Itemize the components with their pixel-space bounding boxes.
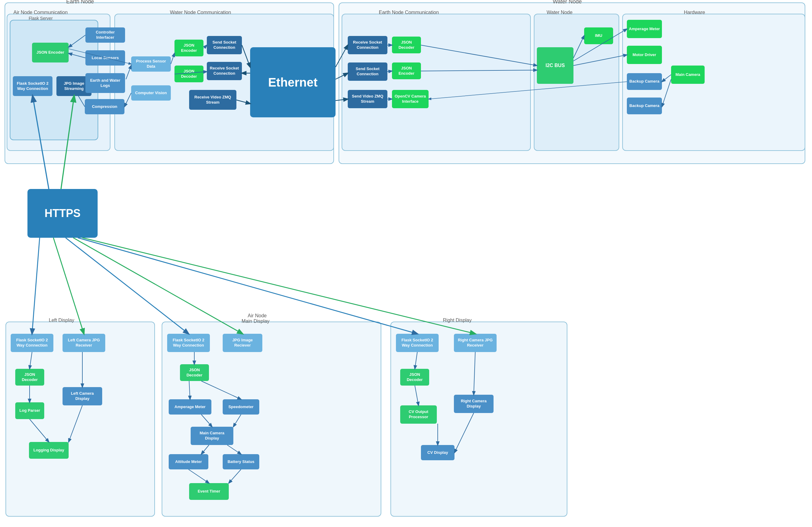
event-timer-node: Event Timer bbox=[189, 483, 229, 500]
receive-video-zmq-label: Receive Video ZMQ Stream bbox=[191, 95, 235, 105]
flask-right-label: Flask SocketIO 2 Way Connection bbox=[398, 338, 437, 348]
right-camera-jpg-label: Right Camera JPG Receiver bbox=[456, 338, 495, 348]
local-sensors-node: Local Sensors bbox=[85, 50, 125, 65]
send-video-zmq-label: Send Video ZMQ Stream bbox=[350, 94, 386, 104]
main-display-label2: Main Display bbox=[242, 318, 270, 324]
i2c-bus-label: I2C BUS bbox=[546, 62, 565, 69]
json-decoder-left-node: JSON Decoder bbox=[15, 369, 44, 386]
logging-display-label: Logging Display bbox=[33, 448, 64, 453]
flask-left-node: Flask SocketIO 2 Way Connection bbox=[11, 334, 53, 352]
svg-line-33 bbox=[82, 238, 475, 334]
computer-vision-node: Computer Vision bbox=[131, 85, 171, 101]
speedometer-label: Speedometer bbox=[229, 405, 253, 410]
event-timer-label: Event Timer bbox=[198, 489, 220, 494]
json-decoder-main-label: JSON Decoder bbox=[182, 367, 207, 378]
receive-socket-water-label: Receive Socket Connection bbox=[209, 66, 240, 76]
send-socket-water-node: Send Socket Connection bbox=[207, 36, 242, 54]
json-decoder-earth-node: JSON Decoder bbox=[392, 36, 421, 53]
left-camera-jpg-label: Left Camera JPG Receiver bbox=[64, 338, 103, 348]
speedometer-node: Speedometer bbox=[223, 399, 259, 415]
flask-main-label: Flask SocketIO 2 Way Connection bbox=[169, 338, 208, 348]
hardware-label: Hardware bbox=[684, 10, 705, 15]
send-socket-earth-node: Send Socket Connection bbox=[348, 62, 387, 81]
battery-status-label: Battery Status bbox=[228, 459, 255, 465]
water-node-comm-label: Water Node Communication bbox=[170, 10, 231, 15]
send-socket-earth-label: Send Socket Connection bbox=[350, 66, 386, 77]
amperage-meter-main-node: Amperage Meter bbox=[169, 399, 212, 415]
json-encoder-label: JSON Encoder bbox=[36, 50, 64, 55]
json-decoder-water-label: JSON Decoder bbox=[176, 69, 202, 79]
send-socket-water-label: Send Socket Connection bbox=[209, 40, 240, 50]
receive-socket-water-node: Receive Socket Connection bbox=[207, 62, 242, 80]
flask-socketio-node: Flask SocketIO 2 Way Connection bbox=[13, 76, 53, 96]
ethernet-node: Ethernet bbox=[250, 47, 335, 117]
svg-line-28 bbox=[32, 238, 40, 334]
cv-output-processor-label: CV Output Processor bbox=[402, 409, 435, 420]
amperage-meter-main-label: Amperage Meter bbox=[174, 405, 206, 410]
json-encoder-water-label: JSON Encoder bbox=[176, 43, 202, 53]
controller-interfacer-label: Controller Interfacer bbox=[87, 30, 123, 40]
main-camera-label: Main Camera bbox=[676, 72, 700, 77]
earth-node-label: Earth Node bbox=[66, 0, 94, 5]
water-node-label: Water Node bbox=[553, 0, 582, 5]
json-decoder-right-label: JSON Decoder bbox=[402, 372, 427, 382]
log-parser-label: Log Parser bbox=[19, 408, 40, 413]
flask-left-label: Flask SocketIO 2 Way Connection bbox=[13, 338, 52, 348]
right-camera-jpg-node: Right Camera JPG Receiver bbox=[454, 334, 497, 352]
cv-output-processor-node: CV Output Processor bbox=[400, 405, 437, 424]
receive-video-zmq-node: Receive Video ZMQ Stream bbox=[189, 90, 236, 110]
receive-socket-earth-node: Receive Socket Connection bbox=[348, 36, 387, 54]
compression-label: Compression bbox=[92, 104, 117, 109]
json-encoder-node: JSON Encoder bbox=[32, 43, 69, 62]
air-node-comm-label: Air Node Communication bbox=[13, 10, 68, 15]
right-camera-display-node: Right Camera Display bbox=[454, 395, 494, 413]
backup-camera-top-node: Backup Camera bbox=[627, 73, 662, 90]
imu-label: IMU bbox=[595, 33, 603, 39]
earth-water-logs-node: Earth and Water Logs bbox=[85, 73, 125, 93]
flask-right-node: Flask SocketIO 2 Way Connection bbox=[396, 334, 439, 352]
left-display-label: Left Display bbox=[49, 318, 74, 323]
amperage-meter-hw-node: Amperage Meter bbox=[627, 20, 662, 38]
imu-node: IMU bbox=[584, 27, 613, 44]
water-node-inner-label: Water Node bbox=[547, 10, 572, 15]
right-display-label: Right Display bbox=[443, 318, 472, 323]
json-decoder-right-node: JSON Decoder bbox=[400, 369, 429, 386]
main-camera-display-node: Main Camera Display bbox=[191, 427, 233, 445]
earth-water-logs-label: Earth and Water Logs bbox=[87, 78, 123, 88]
flask-socketio-label: Flask SocketIO 2 Way Connection bbox=[15, 81, 50, 91]
json-encoder-earth-label: JSON Encoder bbox=[394, 66, 419, 76]
jpg-receiver-main-node: JPG Image Reciever bbox=[223, 334, 262, 352]
opencv-camera-label: OpenCV Camera Interface bbox=[394, 94, 427, 104]
left-camera-jpg-node: Left Camera JPG Receiver bbox=[62, 334, 105, 352]
left-camera-display-node: Left Camera Display bbox=[62, 387, 102, 405]
jpg-streaming-label: JPG Image Streaming bbox=[58, 81, 90, 91]
backup-camera-bot-node: Backup Camera bbox=[627, 97, 662, 114]
json-decoder-left-label: JSON Decoder bbox=[17, 372, 42, 382]
receive-socket-earth-label: Receive Socket Connection bbox=[350, 40, 386, 50]
json-decoder-main-node: JSON Decoder bbox=[180, 364, 209, 381]
cv-display-label: CV Display bbox=[427, 450, 448, 455]
controller-interfacer-node: Controller Interfacer bbox=[85, 27, 125, 43]
cv-display-node: CV Display bbox=[421, 445, 454, 460]
logging-display-node: Logging Display bbox=[29, 442, 69, 459]
diagram: Earth Node Water Node Air Node Communica… bbox=[0, 0, 812, 527]
ethernet-label: Ethernet bbox=[268, 74, 318, 90]
right-camera-display-label: Right Camera Display bbox=[456, 399, 492, 409]
battery-status-node: Battery Status bbox=[223, 454, 259, 469]
backup-camera-bot-label: Backup Camera bbox=[629, 103, 659, 108]
motor-driver-node: Motor Driver bbox=[627, 46, 662, 64]
main-camera-node: Main Camera bbox=[671, 65, 705, 84]
earth-node-comm-region: Earth Node Communication bbox=[342, 14, 531, 151]
send-video-zmq-node: Send Video ZMQ Stream bbox=[348, 90, 387, 108]
https-label: HTTPS bbox=[45, 206, 81, 221]
process-sensor-data-node: Process Sensor Data bbox=[131, 56, 171, 72]
earth-node-comm-label: Earth Node Communication bbox=[379, 10, 439, 15]
local-sensors-label: Local Sensors bbox=[92, 56, 119, 61]
flask-server-label: Flask Server bbox=[29, 16, 53, 21]
left-camera-display-label: Left Camera Display bbox=[64, 391, 100, 402]
attitude-meter-node: Attitude Meter bbox=[169, 454, 208, 469]
main-camera-display-label: Main Camera Display bbox=[192, 431, 232, 441]
attitude-meter-label: Attitude Meter bbox=[175, 459, 202, 465]
svg-line-30 bbox=[66, 238, 189, 334]
i2c-bus-node: I2C BUS bbox=[537, 47, 574, 84]
